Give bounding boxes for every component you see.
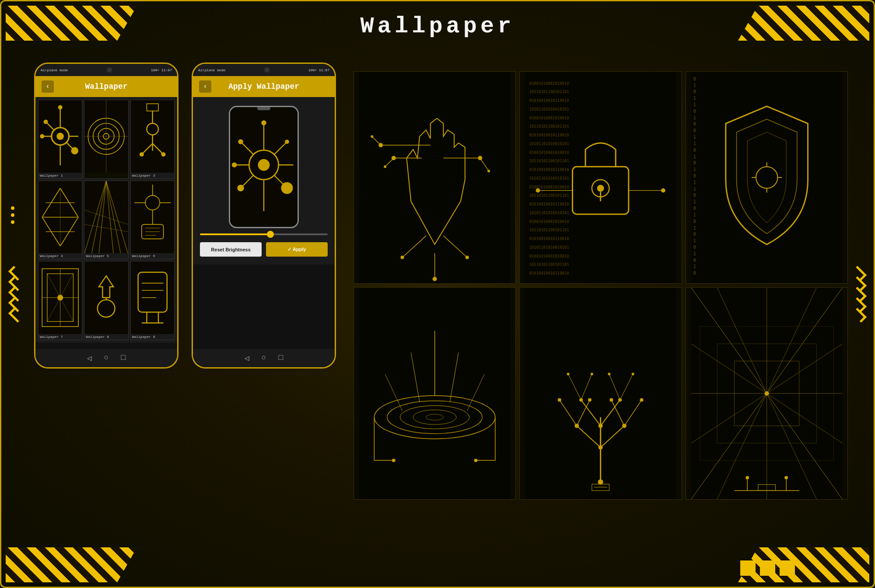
svg-point-220 (610, 398, 613, 402)
wallpaper-label-5: Wallpaper 5 (84, 253, 128, 259)
svg-text:10101101010010101: 10101101010010101 (529, 176, 569, 181)
brightness-slider[interactable] (200, 233, 328, 235)
slider-track (200, 233, 328, 235)
wallpaper-thumb-4[interactable]: Wallpaper 4 (38, 181, 82, 260)
svg-text:01010010010110010: 01010010010110010 (529, 202, 569, 206)
gallery-item-1[interactable] (354, 71, 516, 284)
svg-text:1: 1 (693, 187, 696, 191)
wallpaper-thumb-9[interactable]: Wallpaper 9 (130, 261, 175, 340)
phone1-back-button[interactable]: ‹ (42, 80, 54, 93)
wallpaper-thumb-3[interactable]: Wallpaper 3 (130, 100, 175, 179)
svg-text:1: 1 (693, 199, 696, 204)
svg-text:01010010010110010: 01010010010110010 (529, 98, 569, 103)
svg-text:01010010010110010: 01010010010110010 (529, 271, 569, 275)
svg-text:1: 1 (693, 212, 696, 217)
phone2-nav-back[interactable]: ◁ (245, 353, 249, 363)
svg-point-255 (784, 476, 788, 480)
svg-point-2 (56, 132, 64, 140)
phone2-title: Apply Wallpaper (216, 82, 312, 91)
svg-point-92 (285, 139, 289, 144)
wallpaper-label-7: Wallpaper 7 (38, 334, 82, 340)
svg-text:0: 0 (693, 206, 696, 211)
svg-point-9 (58, 105, 63, 110)
wallpaper-thumb-5[interactable]: Wallpaper 5 (84, 181, 128, 260)
phone1-nav-home[interactable]: ○ (104, 353, 109, 363)
svg-point-226 (632, 373, 634, 376)
phone2-nav-recent[interactable]: □ (278, 353, 283, 363)
svg-text:0: 0 (693, 109, 696, 114)
phone1-nav-bar: ◁ ○ □ (35, 349, 177, 367)
gallery-item-2[interactable]: 01001010001010010 10110101100101101 0101… (519, 71, 682, 284)
svg-text:0: 0 (693, 77, 696, 81)
phone1-status-bar: Airplane mode 100+ 11:07 (35, 64, 177, 76)
bottom-sq-2 (760, 560, 775, 576)
svg-point-105 (478, 156, 482, 160)
phone1-nav-back[interactable]: ◁ (87, 353, 92, 363)
gallery-item-4[interactable] (354, 287, 516, 500)
phone1-header: ‹ Wallpaper (35, 76, 177, 97)
slider-thumb[interactable] (267, 231, 274, 238)
wallpaper-label-8: Wallpaper 8 (84, 334, 128, 340)
svg-text:1: 1 (693, 154, 696, 159)
svg-text:01001010001010010: 01001010001010010 (529, 150, 569, 155)
phone1-status-right: 100+ 11:07 (151, 68, 172, 72)
phone2-buttons: Reset Brightness ✓ Apply (200, 242, 328, 257)
svg-text:0: 0 (693, 128, 696, 133)
svg-point-142 (536, 188, 540, 193)
svg-text:1: 1 (693, 226, 696, 230)
wallpaper-thumb-2[interactable]: Wallpaper 2 (84, 100, 128, 179)
svg-text:10110101100101101: 10110101100101101 (529, 124, 569, 129)
svg-point-212 (598, 480, 603, 485)
wallpaper-thumb-1[interactable]: Wallpaper 1 (38, 100, 82, 179)
svg-text:1: 1 (693, 96, 696, 101)
svg-point-224 (591, 373, 593, 376)
right-chevrons (853, 269, 866, 319)
main-container: Wallpaper Airplane mode 100+ 11: (0, 0, 875, 588)
svg-rect-144 (691, 72, 842, 283)
svg-point-143 (661, 188, 665, 193)
svg-text:01010010010110010: 01010010010110010 (529, 237, 569, 241)
dot-2 (11, 213, 14, 217)
gallery-item-6[interactable] (686, 287, 848, 500)
svg-text:10101101010010101: 10101101010010101 (529, 245, 569, 250)
svg-point-196 (392, 459, 396, 462)
svg-text:1: 1 (693, 238, 696, 243)
phone1: Airplane mode 100+ 11:07 ‹ Wallpaper (34, 63, 178, 369)
svg-text:10110101100101101: 10110101100101101 (529, 262, 569, 267)
gallery-item-3[interactable]: 0 1 0 1 1 0 1 0 0 1 1 0 1 0 1 0 1 1 0 1 (686, 71, 848, 284)
phone1-nav-recent[interactable]: □ (121, 353, 126, 363)
reset-brightness-button[interactable]: Reset Brightness (200, 242, 262, 257)
svg-point-10 (40, 134, 44, 139)
page-title: Wallpaper (360, 14, 515, 39)
wallpaper-grid: Wallpaper 1 Wallpaper 2 (35, 97, 177, 343)
svg-text:0: 0 (693, 174, 696, 178)
svg-text:1: 1 (693, 83, 696, 88)
gallery-item-5[interactable] (519, 287, 682, 500)
svg-text:1: 1 (693, 251, 696, 256)
chevron-left-5 (8, 308, 23, 323)
wallpaper-thumb-8[interactable]: Wallpaper 8 (84, 261, 128, 340)
wallpaper-thumb-6[interactable]: Wallpaper 6 (130, 181, 175, 260)
svg-point-88 (232, 162, 237, 167)
left-dots (11, 206, 14, 224)
phone2-preview-area: Reset Brightness ✓ Apply (193, 97, 335, 264)
corner-decoration-bl (6, 547, 137, 582)
svg-text:1: 1 (693, 141, 696, 146)
svg-text:1: 1 (693, 180, 696, 185)
svg-text:10110101100101101: 10110101100101101 (529, 228, 569, 232)
corner-decoration-tl (6, 6, 137, 41)
apply-wallpaper-button[interactable]: ✓ Apply (266, 242, 328, 257)
svg-text:1: 1 (693, 135, 696, 139)
slider-fill (200, 233, 270, 235)
svg-point-214 (575, 424, 579, 428)
svg-text:0: 0 (693, 219, 696, 224)
svg-point-12 (71, 147, 78, 155)
wallpaper-label-9: Wallpaper 9 (131, 334, 174, 340)
wallpaper-label-6: Wallpaper 6 (131, 253, 174, 259)
phone2-nav-home[interactable]: ○ (262, 353, 266, 363)
wallpaper-thumb-7[interactable]: Wallpaper 7 (38, 261, 82, 340)
bottom-squares (740, 560, 795, 576)
phone1-notch (107, 67, 112, 73)
phone2-back-button[interactable]: ‹ (199, 80, 211, 93)
svg-text:01010010010110010: 01010010010110010 (529, 167, 569, 172)
